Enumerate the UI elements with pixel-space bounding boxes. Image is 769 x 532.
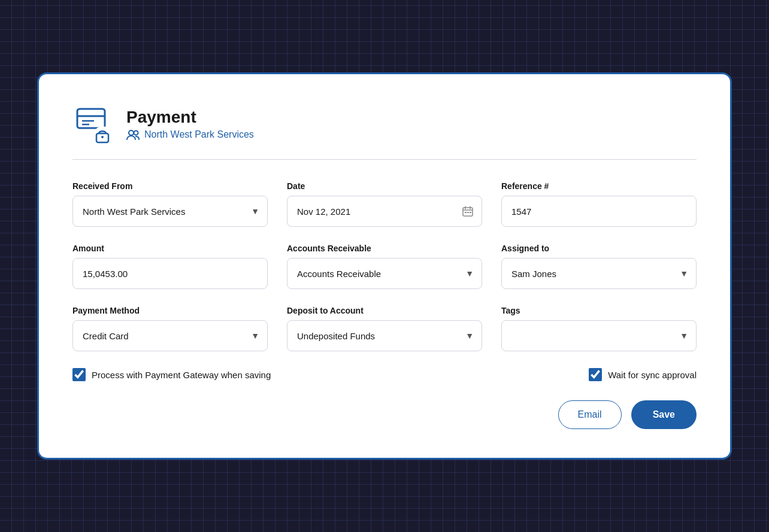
checkboxes-row: Process with Payment Gateway when saving… (72, 368, 697, 381)
modal-header: Payment North West Park Services (72, 103, 697, 145)
received-from-field: Received From North West Park Services ▼ (72, 181, 268, 227)
received-from-label: Received From (72, 181, 268, 191)
svg-rect-0 (77, 109, 105, 128)
received-from-select[interactable]: North West Park Services (72, 196, 268, 227)
payment-modal: Payment North West Park Services Receive… (37, 72, 732, 460)
header-divider (72, 159, 697, 160)
email-button[interactable]: Email (558, 400, 622, 429)
reference-label: Reference # (501, 181, 697, 191)
received-from-select-wrapper: North West Park Services ▼ (72, 196, 268, 227)
payment-gateway-checkbox[interactable] (72, 368, 86, 381)
reference-input[interactable] (501, 196, 697, 227)
date-input[interactable] (287, 196, 482, 227)
deposit-to-select[interactable]: Undeposited Funds (287, 320, 482, 351)
accounts-receivable-label: Accounts Receivable (287, 244, 482, 253)
svg-point-7 (129, 130, 134, 135)
assigned-to-label: Assigned to (501, 244, 697, 253)
header-text: Payment North West Park Services (126, 108, 254, 140)
form-grid: Received From North West Park Services ▼… (72, 181, 697, 351)
svg-point-6 (101, 136, 104, 138)
svg-point-8 (134, 131, 138, 135)
reference-field: Reference # (501, 181, 697, 227)
tags-field: Tags ▼ (501, 306, 697, 351)
amount-label: Amount (72, 244, 268, 253)
accounts-receivable-select[interactable]: Accounts Receivable (287, 258, 482, 289)
tags-label: Tags (501, 306, 697, 315)
assigned-to-select-wrapper: Sam Jones ▼ (501, 258, 697, 289)
deposit-to-select-wrapper: Undeposited Funds ▼ (287, 320, 482, 351)
tags-select-wrapper: ▼ (501, 320, 697, 351)
actions-row: Email Save (72, 400, 697, 429)
header-subtitle: North West Park Services (126, 129, 254, 140)
users-icon (126, 129, 140, 140)
company-name: North West Park Services (144, 129, 254, 140)
payment-method-select-wrapper: Credit Card ▼ (72, 320, 268, 351)
save-button[interactable]: Save (631, 400, 697, 429)
deposit-to-field: Deposit to Account Undeposited Funds ▼ (287, 306, 482, 351)
amount-input[interactable] (72, 258, 268, 289)
sync-approval-checkbox[interactable] (589, 368, 602, 381)
date-label: Date (287, 181, 482, 191)
assigned-to-field: Assigned to Sam Jones ▼ (501, 244, 697, 289)
payment-method-select[interactable]: Credit Card (72, 320, 268, 351)
payment-method-label: Payment Method (72, 306, 268, 315)
payment-icon (72, 103, 114, 145)
sync-approval-label: Wait for sync approval (608, 370, 697, 380)
payment-method-field: Payment Method Credit Card ▼ (72, 306, 268, 351)
accounts-receivable-select-wrapper: Accounts Receivable ▼ (287, 258, 482, 289)
assigned-to-select[interactable]: Sam Jones (501, 258, 697, 289)
date-input-wrapper (287, 196, 482, 227)
payment-gateway-checkbox-label[interactable]: Process with Payment Gateway when saving (72, 368, 271, 381)
payment-gateway-label: Process with Payment Gateway when saving (92, 370, 271, 380)
date-field: Date (287, 181, 482, 227)
page-title: Payment (126, 108, 254, 127)
accounts-receivable-field: Accounts Receivable Accounts Receivable … (287, 244, 482, 289)
deposit-to-label: Deposit to Account (287, 306, 482, 315)
amount-field: Amount (72, 244, 268, 289)
tags-select[interactable] (501, 320, 697, 351)
sync-approval-checkbox-label[interactable]: Wait for sync approval (589, 368, 697, 381)
